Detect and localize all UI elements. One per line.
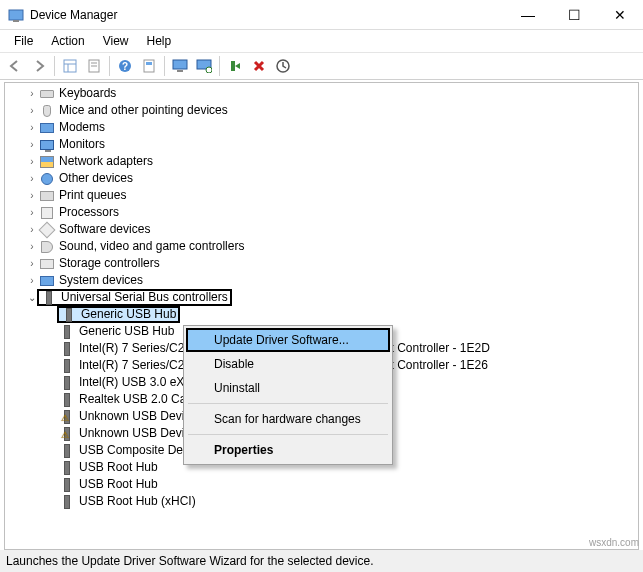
- tree-category[interactable]: ›Keyboards: [5, 85, 638, 102]
- menu-view[interactable]: View: [95, 32, 137, 50]
- titlebar: Device Manager — ☐ ✕: [0, 0, 643, 30]
- menubar: File Action View Help: [0, 30, 643, 52]
- tree-category[interactable]: ›Monitors: [5, 136, 638, 153]
- tree-item[interactable]: Generic USB Hub: [5, 306, 638, 323]
- menu-action[interactable]: Action: [43, 32, 92, 50]
- forward-button[interactable]: [28, 55, 50, 77]
- software-icon: [39, 222, 55, 238]
- ctx-uninstall[interactable]: Uninstall: [186, 376, 390, 400]
- window-buttons: — ☐ ✕: [505, 0, 643, 30]
- usb-icon: [59, 324, 75, 340]
- statusbar: Launches the Update Driver Software Wiza…: [0, 550, 643, 572]
- printer-icon: [39, 188, 55, 204]
- svg-rect-11: [146, 62, 152, 65]
- usb-icon: [59, 375, 75, 391]
- tree-category-usb[interactable]: ⌄ Universal Serial Bus controllers: [5, 289, 638, 306]
- storage-icon: [39, 256, 55, 272]
- svg-rect-2: [64, 60, 76, 72]
- svg-rect-12: [173, 60, 187, 69]
- sound-icon: [39, 239, 55, 255]
- keyboard-icon: [39, 86, 55, 102]
- watermark: wsxdn.com: [589, 537, 639, 548]
- mouse-icon: [39, 103, 55, 119]
- usb-warning-icon: [59, 409, 75, 425]
- ctx-disable[interactable]: Disable: [186, 352, 390, 376]
- tree-category[interactable]: ›Other devices: [5, 170, 638, 187]
- update-driver-button[interactable]: [272, 55, 294, 77]
- window-title: Device Manager: [30, 8, 505, 22]
- tree-category[interactable]: ›Storage controllers: [5, 255, 638, 272]
- usb-warning-icon: [59, 426, 75, 442]
- usb-icon: [61, 307, 77, 323]
- tree-category[interactable]: ›Processors: [5, 204, 638, 221]
- svg-rect-10: [144, 60, 154, 72]
- monitor-icon: [39, 137, 55, 153]
- tree-category[interactable]: ›Print queues: [5, 187, 638, 204]
- system-icon: [39, 273, 55, 289]
- close-button[interactable]: ✕: [597, 0, 643, 30]
- modem-icon: [39, 120, 55, 136]
- tree-category[interactable]: ›Sound, video and game controllers: [5, 238, 638, 255]
- menu-help[interactable]: Help: [139, 32, 180, 50]
- ctx-scan[interactable]: Scan for hardware changes: [186, 407, 390, 431]
- tree-category[interactable]: ›System devices: [5, 272, 638, 289]
- maximize-button[interactable]: ☐: [551, 0, 597, 30]
- menu-file[interactable]: File: [6, 32, 41, 50]
- ctx-separator: [188, 434, 388, 435]
- usb-icon: [59, 477, 75, 493]
- app-icon: [8, 7, 24, 23]
- svg-rect-1: [13, 20, 19, 22]
- help-button[interactable]: ?: [114, 55, 136, 77]
- statusbar-text: Launches the Update Driver Software Wiza…: [6, 554, 374, 568]
- tree-category[interactable]: ›Software devices: [5, 221, 638, 238]
- tree-category[interactable]: ›Network adapters: [5, 153, 638, 170]
- scan-hardware-button[interactable]: [193, 55, 215, 77]
- context-menu: Update Driver Software... Disable Uninst…: [183, 325, 393, 465]
- tree-item[interactable]: USB Root Hub: [5, 476, 638, 493]
- tree-category[interactable]: ›Modems: [5, 119, 638, 136]
- ctx-separator: [188, 403, 388, 404]
- usb-icon: [41, 290, 57, 306]
- uninstall-button[interactable]: [248, 55, 270, 77]
- svg-rect-0: [9, 10, 23, 20]
- usb-icon: [59, 460, 75, 476]
- tree-item[interactable]: USB Root Hub (xHCI): [5, 493, 638, 510]
- enable-button[interactable]: [224, 55, 246, 77]
- usb-icon: [59, 443, 75, 459]
- ctx-update-driver[interactable]: Update Driver Software...: [186, 328, 390, 352]
- monitor-button[interactable]: [169, 55, 191, 77]
- device-tree-scroll[interactable]: ›Keyboards ›Mice and other pointing devi…: [5, 83, 638, 549]
- minimize-button[interactable]: —: [505, 0, 551, 30]
- svg-rect-16: [231, 61, 235, 71]
- other-icon: [39, 171, 55, 187]
- usb-icon: [59, 494, 75, 510]
- device-tree: ›Keyboards ›Mice and other pointing devi…: [4, 82, 639, 550]
- svg-rect-13: [177, 70, 183, 72]
- action-button[interactable]: [138, 55, 160, 77]
- svg-text:?: ?: [122, 61, 128, 72]
- svg-point-15: [206, 67, 212, 73]
- properties-button[interactable]: [83, 55, 105, 77]
- usb-icon: [59, 392, 75, 408]
- ctx-properties[interactable]: Properties: [186, 438, 390, 462]
- usb-icon: [59, 341, 75, 357]
- tree-category[interactable]: ›Mice and other pointing devices: [5, 102, 638, 119]
- show-hide-console-button[interactable]: [59, 55, 81, 77]
- cpu-icon: [39, 205, 55, 221]
- toolbar: ?: [0, 52, 643, 80]
- usb-icon: [59, 358, 75, 374]
- network-icon: [39, 154, 55, 170]
- back-button[interactable]: [4, 55, 26, 77]
